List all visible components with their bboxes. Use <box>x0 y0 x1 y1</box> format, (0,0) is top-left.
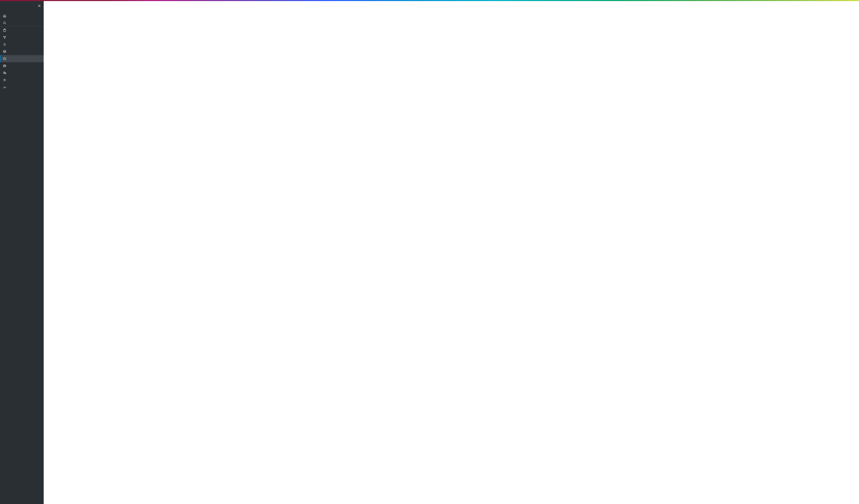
arrows-icon <box>3 43 6 46</box>
svg-point-0 <box>3 22 5 24</box>
sidebar-item-configuration[interactable] <box>0 76 44 83</box>
user-lock-icon <box>3 71 6 75</box>
sidebar-item-targets[interactable] <box>0 27 44 34</box>
briefcase-outline-icon <box>3 64 6 67</box>
svg-rect-6 <box>5 73 6 74</box>
home-icon <box>3 14 6 17</box>
sidebar-item-quotas[interactable] <box>0 83 44 91</box>
sidebar-item-distribution-sets[interactable] <box>0 55 44 62</box>
clipboard-icon <box>3 29 6 32</box>
bars-icon <box>3 86 6 89</box>
sidebar-item-home[interactable] <box>0 12 44 19</box>
sidebar-item-rollouts[interactable] <box>0 48 44 55</box>
sidebar <box>0 1 44 504</box>
sidebar-item-actions[interactable] <box>0 41 44 48</box>
filter-icon <box>3 36 6 39</box>
sidebar-nav <box>0 11 44 91</box>
sidebar-item-access-control[interactable] <box>0 69 44 76</box>
cube-icon <box>3 50 6 53</box>
svg-rect-3 <box>3 58 6 60</box>
close-icon[interactable] <box>38 4 41 8</box>
gear-icon <box>3 78 6 82</box>
svg-point-7 <box>4 79 5 80</box>
sidebar-item-target-filters[interactable] <box>0 34 44 41</box>
sidebar-item-software-modules[interactable] <box>0 62 44 69</box>
search-icon <box>3 21 6 25</box>
sidebar-item-services[interactable] <box>0 19 44 27</box>
briefcase-icon <box>3 57 6 60</box>
svg-point-5 <box>4 72 5 73</box>
